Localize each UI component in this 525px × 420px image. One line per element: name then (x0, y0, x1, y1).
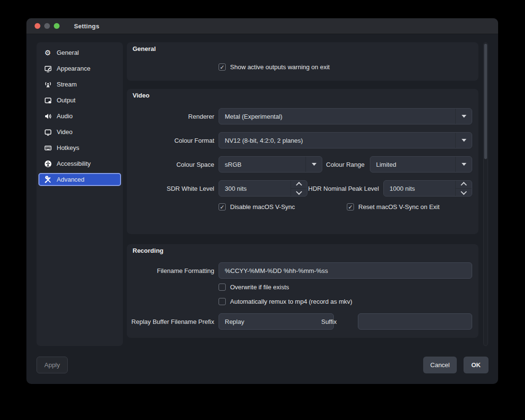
scrollbar-track[interactable] (483, 42, 488, 346)
title-bar: Settings (26, 18, 498, 34)
sdr-white-level-value: 300 nits (219, 181, 291, 196)
checkbox-icon[interactable]: ✓ (219, 284, 226, 291)
colour-range-label: Colour Range (290, 156, 365, 173)
checkbox-label: Reset macOS V-Sync on Exit (358, 203, 440, 210)
checkbox-icon[interactable]: ✓ (219, 203, 226, 210)
section-title-general: General (133, 45, 156, 52)
recording-section: Recording Filename Formatting ✓ Overwrit… (127, 244, 478, 338)
video-section: Video Renderer Metal (Experimental) Colo… (127, 89, 478, 234)
checkbox-icon[interactable]: ✓ (347, 203, 354, 210)
show-active-outputs-warning-checkbox[interactable]: ✓ Show active outputs warning on exit (219, 63, 330, 71)
output-icon (44, 96, 52, 104)
sidebar-item-label: Advanced (57, 176, 85, 183)
spin-up-icon[interactable] (456, 181, 472, 188)
ok-button[interactable]: OK (464, 357, 488, 373)
settings-sidebar: ⚙ General Appearance Stream (37, 42, 123, 346)
renderer-value: Metal (Experimental) (219, 109, 455, 124)
checkbox-label: Disable macOS V-Sync (230, 203, 295, 210)
filename-formatting-input[interactable] (219, 262, 472, 279)
sidebar-item-video[interactable]: Video (38, 125, 121, 138)
checkbox-icon[interactable]: ✓ (219, 298, 226, 305)
colour-space-label: Colour Space (127, 156, 214, 173)
monitor-icon (44, 128, 52, 136)
cancel-button[interactable]: Cancel (423, 357, 457, 373)
sidebar-item-label: Accessibility (57, 160, 91, 167)
disable-macos-vsync-checkbox[interactable]: ✓ Disable macOS V-Sync (219, 203, 295, 210)
sidebar-item-label: Hotkeys (57, 144, 79, 151)
renderer-label: Renderer (127, 108, 214, 124)
colour-range-dropdown[interactable]: Limited (370, 156, 472, 173)
sidebar-item-hotkeys[interactable]: Hotkeys (38, 141, 121, 154)
sidebar-item-output[interactable]: Output (38, 94, 121, 107)
gear-icon: ⚙ (44, 49, 52, 57)
scrollbar-thumb[interactable] (484, 44, 487, 159)
overwrite-if-file-exists-checkbox[interactable]: ✓ Overwrite if file exists (219, 284, 289, 291)
checkbox-label: Automatically remux to mp4 (record as mk… (230, 298, 352, 305)
checkbox-icon[interactable]: ✓ (219, 63, 226, 71)
chevron-down-icon[interactable] (455, 109, 472, 124)
sidebar-item-audio[interactable]: Audio (38, 110, 121, 123)
chevron-down-icon[interactable] (455, 133, 472, 148)
sidebar-item-general[interactable]: ⚙ General (38, 46, 121, 59)
reset-macos-vsync-checkbox[interactable]: ✓ Reset macOS V-Sync on Exit (347, 203, 440, 210)
sidebar-item-accessibility[interactable]: Accessibility (38, 157, 121, 170)
sidebar-item-label: Audio (57, 112, 73, 120)
section-title-recording: Recording (133, 247, 163, 254)
tools-icon (44, 175, 52, 184)
colour-format-value: NV12 (8-bit, 4:2:0, 2 planes) (219, 133, 455, 148)
antenna-icon (44, 80, 52, 88)
accessibility-icon (44, 160, 52, 168)
zoom-button[interactable] (54, 23, 60, 29)
colour-range-value: Limited (370, 157, 455, 172)
apply-button[interactable]: Apply (37, 357, 68, 373)
sidebar-item-label: Output (57, 97, 75, 104)
spin-down-icon[interactable] (456, 188, 472, 197)
keyboard-icon (44, 144, 52, 152)
sidebar-item-stream[interactable]: Stream (38, 78, 121, 91)
appearance-icon (44, 64, 52, 73)
close-button[interactable] (35, 23, 40, 29)
sidebar-item-label: Stream (57, 81, 77, 88)
sidebar-item-appearance[interactable]: Appearance (38, 62, 121, 75)
chevron-down-icon[interactable] (455, 157, 472, 172)
sidebar-item-label: General (57, 49, 79, 56)
suffix-input[interactable] (358, 313, 472, 330)
window-title: Settings (74, 23, 99, 30)
filename-formatting-label: Filename Formatting (127, 262, 214, 279)
hdr-nominal-peak-level-label: HDR Nominal Peak Level (290, 180, 379, 197)
sidebar-item-label: Appearance (57, 65, 90, 72)
colour-format-label: Colour Format (127, 132, 214, 148)
hdr-nominal-peak-level-spinner[interactable]: 1000 nits (383, 180, 472, 197)
hdr-nominal-peak-level-value: 1000 nits (384, 181, 455, 196)
colour-format-dropdown[interactable]: NV12 (8-bit, 4:2:0, 2 planes) (219, 132, 472, 148)
section-title-video: Video (133, 92, 149, 99)
sidebar-item-label: Video (57, 128, 73, 136)
suffix-label: Suffix (300, 313, 337, 330)
sidebar-item-advanced[interactable]: Advanced (38, 173, 121, 186)
speaker-icon (44, 112, 52, 120)
checkbox-label: Show active outputs warning on exit (230, 63, 330, 71)
minimize-button[interactable] (44, 23, 50, 29)
checkbox-label: Overwrite if file exists (230, 284, 289, 291)
renderer-dropdown[interactable]: Metal (Experimental) (219, 108, 472, 124)
general-section: General ✓ Show active outputs warning on… (127, 42, 478, 81)
sdr-white-level-label: SDR White Level (127, 180, 214, 197)
settings-window: Settings ⚙ General Appearance (26, 18, 498, 384)
automatically-remux-checkbox[interactable]: ✓ Automatically remux to mp4 (record as … (219, 298, 352, 305)
replay-buffer-filename-prefix-label: Replay Buffer Filename Prefix (127, 313, 214, 330)
